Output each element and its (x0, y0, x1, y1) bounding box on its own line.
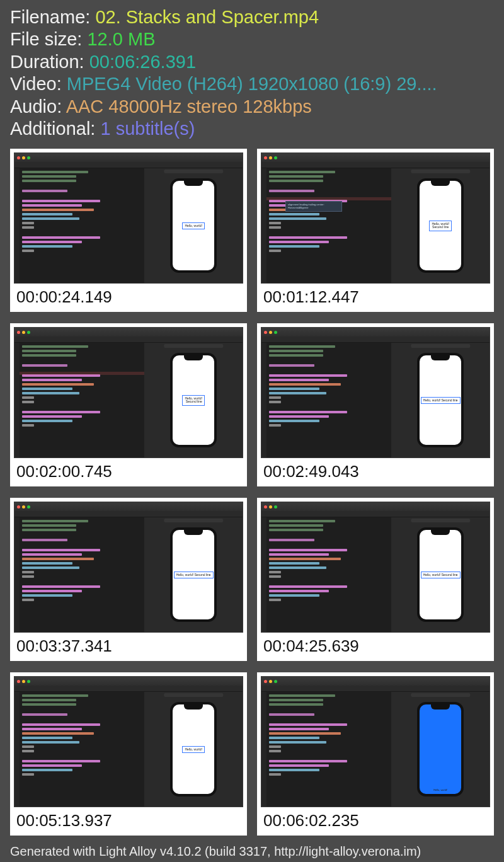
thumbnail-timestamp: 00:00:24.149 (14, 284, 243, 308)
label-duration: Duration: (10, 52, 89, 72)
thumbnail-grid: Hello, world!00:00:24.149alignment leadi… (0, 149, 504, 841)
label-filename: Filename: (10, 7, 95, 27)
phone-preview: Hello, world! Second line (417, 353, 464, 447)
thumbnail-card[interactable]: Hello, world!00:00:24.149 (10, 149, 247, 312)
value-filename: 02. Stacks and Spacer.mp4 (95, 7, 319, 27)
thumbnail-card[interactable]: Hello, world! Second line00:02:49.043 (257, 323, 494, 486)
info-row-video: Video: MPEG4 Video (H264) 1920x1080 (16:… (10, 73, 494, 95)
thumbnail-timestamp: 00:05:13.937 (14, 807, 243, 832)
info-row-duration: Duration: 00:06:26.391 (10, 51, 494, 73)
phone-preview: Hello, world!Second line (417, 178, 464, 273)
value-duration: 00:06:26.391 (89, 52, 196, 72)
phone-preview: Hello, world! (417, 702, 464, 796)
info-row-audio: Audio: AAC 48000Hz stereo 128kbps (10, 96, 494, 118)
value-video: MPEG4 Video (H264) 1920x1080 (16:9) 29..… (67, 74, 437, 94)
info-row-filesize: File size: 12.0 MB (10, 28, 494, 50)
label-audio: Audio: (10, 96, 66, 117)
thumbnail-card[interactable]: Hello, world!Second line00:02:00.745 (10, 323, 247, 486)
phone-preview: Hello, world! Second line (170, 527, 217, 622)
thumbnail-timestamp: 00:01:12.447 (261, 284, 490, 308)
thumbnail-timestamp: 00:03:37.341 (14, 633, 243, 657)
footer-text: Generated with Light Alloy v4.10.2 (buil… (0, 841, 504, 859)
phone-preview: Hello, world! Second line (417, 527, 464, 622)
thumbnail-image: Hello, world!Second line (14, 327, 243, 458)
thumbnail-card[interactable]: Hello, world!00:05:13.937 (10, 672, 247, 836)
thumbnail-card[interactable]: Hello, world! Second line00:03:37.341 (10, 498, 247, 661)
thumbnail-card[interactable]: alignment leading trailing center: Horiz… (257, 149, 494, 312)
thumbnail-image: Hello, world! (14, 152, 243, 284)
thumbnail-timestamp: 00:04:25.639 (261, 633, 490, 657)
label-video: Video: (10, 74, 67, 94)
thumbnail-card[interactable]: Hello, world!00:06:02.235 (257, 672, 494, 836)
thumbnail-image: alignment leading trailing center: Horiz… (261, 152, 490, 284)
info-row-filename: Filename: 02. Stacks and Spacer.mp4 (10, 6, 494, 28)
label-filesize: File size: (10, 29, 87, 49)
info-row-additional: Additional: 1 subtitle(s) (10, 118, 494, 140)
thumbnail-image: Hello, world! Second line (261, 502, 490, 633)
value-filesize: 12.0 MB (87, 29, 155, 49)
phone-preview: Hello, world!Second line (170, 353, 217, 447)
thumbnail-image: Hello, world! Second line (261, 327, 490, 458)
thumbnail-image: Hello, world! (261, 676, 490, 807)
thumbnail-card[interactable]: Hello, world! Second line00:04:25.639 (257, 498, 494, 661)
thumbnail-image: Hello, world! (14, 676, 243, 807)
value-additional: 1 subtitle(s) (101, 118, 195, 139)
phone-preview: Hello, world! (170, 702, 217, 796)
thumbnail-image: Hello, world! Second line (14, 502, 243, 633)
phone-preview: Hello, world! (170, 178, 217, 273)
value-audio: AAC 48000Hz stereo 128kbps (66, 96, 312, 117)
thumbnail-timestamp: 00:06:02.235 (261, 807, 490, 832)
thumbnail-timestamp: 00:02:49.043 (261, 458, 490, 483)
label-additional: Additional: (10, 118, 101, 139)
thumbnail-timestamp: 00:02:00.745 (14, 458, 243, 483)
file-info-block: Filename: 02. Stacks and Spacer.mp4 File… (0, 0, 504, 149)
